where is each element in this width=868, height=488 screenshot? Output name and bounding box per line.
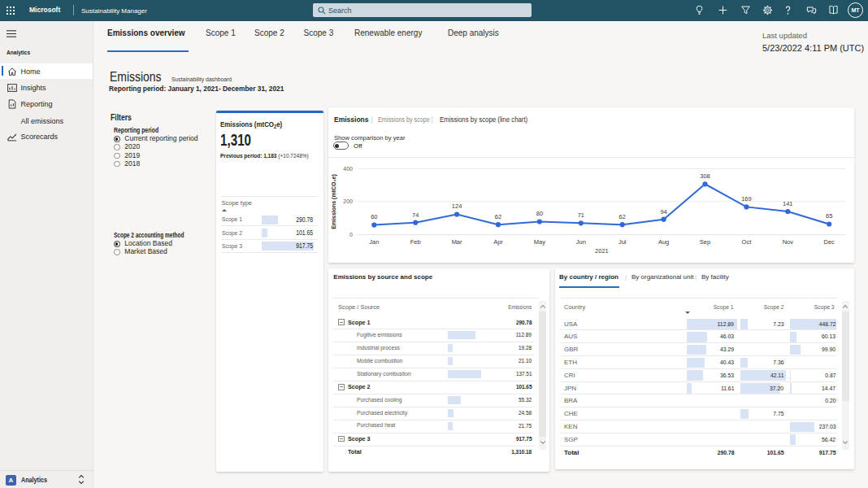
svg-text:65: 65 xyxy=(826,212,832,220)
svg-text:308: 308 xyxy=(700,172,710,180)
svg-text:Jan: Jan xyxy=(369,238,379,246)
svg-text:94: 94 xyxy=(660,208,666,216)
svg-text:May: May xyxy=(533,238,545,246)
svg-text:Mar: Mar xyxy=(451,238,462,246)
svg-text:Nov: Nov xyxy=(782,238,793,246)
svg-text:Aug: Aug xyxy=(658,238,668,246)
svg-text:62: 62 xyxy=(494,213,501,220)
svg-text:60: 60 xyxy=(371,213,377,220)
svg-text:Dec: Dec xyxy=(823,238,835,246)
svg-text:Sep: Sep xyxy=(699,238,710,246)
svg-text:0: 0 xyxy=(349,232,353,237)
svg-text:200: 200 xyxy=(343,198,353,204)
svg-text:Feb: Feb xyxy=(410,238,420,246)
svg-text:169: 169 xyxy=(741,195,752,203)
svg-text:2021: 2021 xyxy=(595,247,609,255)
svg-text:Emissions (mtCO₂e): Emissions (mtCO₂e) xyxy=(330,174,336,229)
svg-text:74: 74 xyxy=(412,211,419,219)
svg-text:Apr: Apr xyxy=(493,238,503,246)
svg-text:Jul: Jul xyxy=(618,238,626,246)
svg-text:Jun: Jun xyxy=(575,238,585,246)
svg-text:124: 124 xyxy=(451,203,462,210)
svg-text:141: 141 xyxy=(783,200,793,207)
svg-text:80: 80 xyxy=(536,210,542,217)
svg-text:Oct: Oct xyxy=(741,238,752,246)
svg-text:62: 62 xyxy=(618,213,625,220)
svg-text:400: 400 xyxy=(343,166,353,172)
svg-text:71: 71 xyxy=(577,211,584,219)
